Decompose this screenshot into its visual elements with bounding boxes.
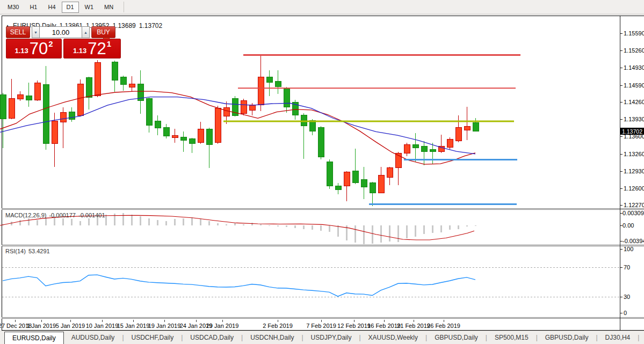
macd-value-signal: -0.001401 (78, 212, 105, 218)
price-axis-label: 1.12930 (624, 168, 644, 174)
date-tick (414, 320, 414, 322)
panel-separator-rsi-time (2, 317, 644, 319)
date-axis-label: 10 Jan 2019 (86, 323, 119, 329)
tab-gbpusd-daily[interactable]: GBPUSD,Daily (538, 331, 596, 344)
ohlc-close: 1.13702 (139, 22, 162, 30)
tab-sp500-m15[interactable]: SP500,M15 (487, 331, 536, 344)
price-tick (620, 188, 623, 189)
buy-price-main: 72 (88, 41, 106, 57)
buy-price-button[interactable]: 1.13 72 1 (63, 39, 121, 58)
current-price-tag: 1.13702 (620, 128, 644, 135)
date-tick (444, 320, 444, 322)
price-tick (620, 102, 623, 103)
date-tick (70, 320, 71, 322)
rsi-tick (620, 267, 623, 268)
date-axis-label: 2 Feb 2019 (263, 323, 293, 329)
timeframe-button-m30[interactable]: M30 (3, 2, 24, 13)
price-tick (620, 154, 623, 155)
one-click-trading-panel: SELL ▼ ▲ BUY 1.13 70 2 1.13 72 1 (6, 26, 121, 58)
price-axis-label: 1.15260 (624, 47, 644, 54)
macd-label: MACD(12,26,9) -0.000177 -0.001401 (5, 212, 105, 218)
timeframe-button-w1[interactable]: W1 (80, 2, 99, 13)
panel-separator-macd-rsi[interactable] (2, 245, 644, 246)
date-axis-label: 21 Feb 2019 (397, 323, 430, 329)
date-tick (222, 320, 223, 322)
date-axis-label: 7 Feb 2019 (306, 323, 336, 329)
price-tick (620, 85, 623, 86)
macd-name: MACD(12,26,9) (5, 212, 46, 218)
date-tick (321, 320, 322, 322)
price-tick (620, 205, 623, 206)
sell-price-main: 70 (30, 41, 48, 57)
tab-audusd-daily[interactable]: AUDUSD,Daily (64, 331, 122, 344)
price-tick (620, 50, 623, 51)
volume-input[interactable] (40, 26, 82, 38)
tab-usdjpy-daily[interactable]: USDJPY,Daily (303, 331, 359, 344)
date-axis-label: 12 Feb 2019 (337, 323, 371, 329)
price-axis-label: 1.13260 (624, 151, 644, 157)
date-tick (133, 320, 134, 322)
price-tick (620, 171, 623, 172)
rsi-tick (620, 313, 623, 313)
buy-price-prefix: 1.13 (73, 47, 86, 55)
price-axis-label: 1.12600 (624, 185, 644, 192)
timeframe-button-h4[interactable]: H4 (43, 2, 60, 13)
date-tick (164, 320, 165, 322)
buy-button[interactable]: BUY (91, 26, 115, 38)
price-axis-label: 1.15590 (624, 30, 644, 36)
price-axis-label: 1.12270 (624, 202, 644, 208)
chevron-up-icon: ▲ (84, 31, 88, 34)
timeframe-button-h1[interactable]: H1 (25, 2, 42, 13)
date-tick (354, 320, 354, 322)
date-tick (196, 320, 197, 322)
tab-dj30-h4[interactable]: DJ30,H4 (598, 331, 638, 344)
chart-window (2, 16, 644, 331)
price-tick (620, 33, 623, 34)
chevron-down-icon: ▼ (34, 31, 38, 34)
rsi-tick (620, 249, 623, 250)
price-axis-label: 1.14260 (624, 99, 644, 105)
price-axis-label: 1.14590 (624, 82, 644, 89)
date-tick (15, 320, 16, 322)
date-axis-label: 15 Jan 2019 (117, 323, 150, 329)
tab-gbpusd-daily[interactable]: GBPUSD,Daily (427, 331, 486, 344)
rsi-tick (620, 297, 623, 297)
buy-price-pip: 1 (107, 39, 111, 48)
volume-spinner: ▼ ▲ (32, 26, 90, 38)
tab-eurusd-daily[interactable]: EURUSD,Daily (4, 332, 64, 344)
macd-axis-label: -0.003947 (623, 238, 644, 244)
trade-panel-row-prices: 1.13 70 2 1.13 72 1 (6, 39, 121, 58)
sell-button[interactable]: SELL (6, 26, 30, 38)
rsi-value: 53.4291 (28, 248, 50, 254)
tab-xauusd-weekly[interactable]: XAUUSD,Weekly (361, 331, 425, 344)
symbol-tab-bar: EURUSD,DailyAUDUSD,Daily|USDCHF,Daily|US… (0, 331, 644, 344)
date-tick (41, 320, 42, 322)
sell-price-button[interactable]: 1.13 70 2 (6, 39, 62, 58)
price-axis-label: 1.13930 (624, 116, 644, 122)
tab-usdcad-daily[interactable]: USDCAD,Daily (183, 331, 241, 344)
date-axis-label: 29 Jan 2019 (206, 323, 239, 329)
rsi-axis-label: 0 (624, 310, 627, 316)
tab-usdchf-daily[interactable]: USDCHF,Daily (124, 331, 182, 344)
panel-separator-main-macd[interactable] (2, 208, 644, 210)
date-tick (102, 320, 103, 322)
timeframe-toolbar: M30H1H4D1W1MN (0, 0, 644, 14)
timeframe-button-d1[interactable]: D1 (62, 2, 79, 13)
volume-decrease-button[interactable]: ▼ (32, 26, 40, 38)
toolbar-divider (124, 2, 124, 12)
price-tick (620, 136, 623, 137)
tab-usdcnh-daily[interactable]: USDCNH,Daily (243, 331, 301, 344)
price-axis-label: 1.14930 (624, 64, 644, 71)
rsi-axis-label: 30 (624, 294, 630, 300)
rsi-axis-label: 70 (624, 264, 630, 270)
volume-increase-button[interactable]: ▲ (82, 26, 90, 38)
macd-axis-label: 0.003095 (623, 210, 644, 216)
date-axis-label: 19 Jan 2019 (148, 323, 181, 329)
rsi-axis-label: 100 (624, 246, 633, 252)
trade-panel-row-top: SELL ▼ ▲ BUY (6, 26, 121, 38)
date-axis-label: 16 Feb 2019 (367, 323, 401, 329)
timeframe-button-mn[interactable]: MN (99, 2, 118, 13)
rsi-name: RSI(14) (5, 248, 26, 254)
tab-tech100-[interactable]: TECH100, (639, 331, 644, 344)
sell-price-prefix: 1.13 (15, 47, 28, 55)
